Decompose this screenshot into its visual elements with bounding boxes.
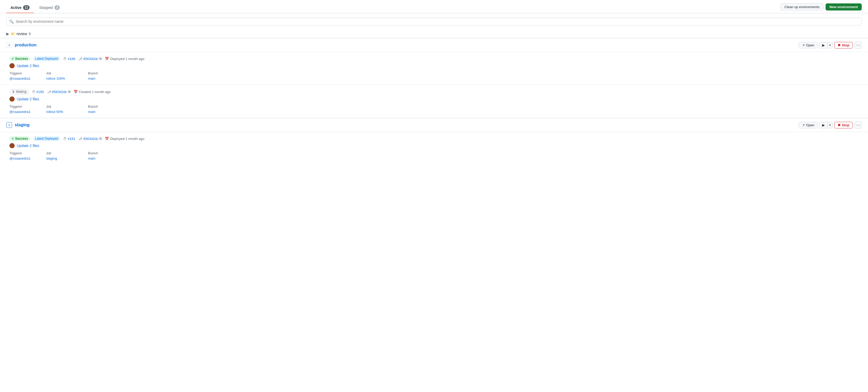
stop-button-production[interactable]: ⏹ Stop [834, 42, 853, 49]
run-caret-staging[interactable]: ▾ [828, 122, 832, 128]
triggerer-link-1-0[interactable]: @csaavedra1 [9, 156, 30, 160]
tab-stopped[interactable]: Stopped 3 [35, 3, 64, 13]
badge-latest-0-0: Latest Deployed [33, 56, 60, 61]
env-actions-staging: ↗ Open ▶ ▾ ⏹ Stop ⋯ [799, 121, 862, 129]
time-0-0: 📅 Deployed 1 month ago [105, 57, 144, 61]
deploy-info-1-0: Triggerer @csaavedra1 Job staging Branch… [9, 151, 862, 160]
deploy-info-0-1: Triggerer @csaavedra1 Job rollout 50% Br… [9, 105, 862, 114]
job-col-1-0: Job staging [46, 151, 88, 160]
stop-icon-production: ⏹ [838, 43, 841, 47]
env-toggle-staging[interactable]: ∨ [6, 122, 12, 128]
pipeline-icon-staging: ⏱ [63, 137, 66, 141]
tabs-bar: Active 11 Stopped 3 Clean up environment… [0, 0, 868, 13]
env-section-production: ∨ production ↗ Open ▶ ▾ ⏹ Stop ⋯ [0, 38, 868, 118]
pipeline-num-0-0: ⏱ #186 [63, 57, 75, 61]
pipeline-num-0-1: ⏱ #185 [32, 90, 44, 94]
pipeline-num-1-0: ⏱ #181 [63, 137, 75, 141]
deploy-row-1-0: ✓ Success Latest Deployed ⏱ #181 ⎇ 8563d… [0, 132, 868, 164]
more-button-production[interactable]: ⋯ [855, 41, 862, 49]
deploy-meta-1-0: ✓ Success Latest Deployed ⏱ #181 ⎇ 8563d… [9, 136, 862, 141]
job-link-1-0[interactable]: staging [46, 156, 57, 160]
expand-icon: ▶ [6, 32, 9, 36]
deploy-title-1-0: Update 2 files [9, 143, 862, 148]
env-section-staging: ∨ staging ↗ Open ▶ ▾ ⏹ Stop ⋯ [0, 118, 868, 164]
stop-icon-staging: ⏹ [838, 123, 841, 127]
search-input[interactable] [16, 20, 859, 24]
badge-waiting-0-1: ⏸ Waiting [9, 89, 29, 94]
tab-active-count: 11 [23, 5, 30, 10]
tabs-left: Active 11 Stopped 3 [6, 3, 64, 13]
job-link-0-0[interactable]: rollout 100% [46, 77, 65, 81]
badge-success-1-0: ✓ Success [9, 136, 30, 141]
tab-stopped-label: Stopped [39, 5, 53, 10]
deploy-title-0-1: Update 2 files [9, 96, 862, 102]
env-body-staging: ✓ Success Latest Deployed ⏱ #181 ⎇ 8563d… [0, 132, 868, 164]
copy-icon[interactable]: ⧉ [99, 57, 102, 61]
search-icon: 🔍 [9, 20, 13, 24]
external-link-icon-staging: ↗ [802, 123, 805, 127]
more-button-staging[interactable]: ⋯ [855, 121, 862, 129]
time-0-1: 📅 Created 1 month ago [73, 90, 111, 94]
environments-list: ∨ production ↗ Open ▶ ▾ ⏹ Stop ⋯ [0, 38, 868, 164]
env-name-staging[interactable]: staging [15, 123, 30, 127]
deploy-meta-0-1: ⏸ Waiting ⏱ #185 ⎇ 8563d2dc ⧉ 📅 Creat [9, 89, 862, 94]
branch-col-0-0: Branch main [88, 71, 119, 81]
cleanup-button[interactable]: Clean up environments [780, 3, 824, 10]
review-group-row[interactable]: ▶ 📁 review 9 [0, 30, 868, 38]
env-body-production: ✓ Success Latest Deployed ⏱ #186 ⎇ 8563d… [0, 52, 868, 118]
search-bar: 🔍 [0, 13, 868, 30]
job-col-0-1: Job rollout 50% [46, 105, 88, 114]
pipeline-icon-2: ⏱ [32, 90, 35, 94]
commit-icon: ⎇ [78, 57, 82, 61]
triggerer-col-0-0: Triggerer @csaavedra1 [9, 71, 46, 81]
triggerer-col-1-0: Triggerer @csaavedra1 [9, 151, 46, 160]
run-group-production: ▶ ▾ [819, 42, 833, 49]
badge-latest-1-0: Latest Deployed [33, 136, 60, 141]
open-button-staging[interactable]: ↗ Open [799, 122, 818, 128]
commit-0-1: ⎇ 8563d2dc ⧉ [47, 90, 70, 94]
job-link-0-1[interactable]: rollout 50% [46, 110, 63, 114]
run-button-production[interactable]: ▶ [819, 42, 828, 48]
deploy-info-0-0: Triggerer @csaavedra1 Job rollout 100% B… [9, 71, 862, 81]
branch-link-1-0[interactable]: main [88, 156, 95, 160]
env-actions-production: ↗ Open ▶ ▾ ⏹ Stop ⋯ [799, 41, 862, 49]
run-button-staging[interactable]: ▶ [819, 122, 828, 128]
env-header-left-staging: ∨ staging [6, 122, 30, 128]
tab-active-label: Active [10, 5, 22, 10]
external-link-icon: ↗ [802, 43, 805, 47]
calendar-icon-staging: 📅 [105, 137, 109, 141]
commit-title-0-0[interactable]: Update 2 files [17, 64, 39, 68]
deploy-row-0-0: ✓ Success Latest Deployed ⏱ #186 ⎇ 8563d… [0, 52, 868, 85]
env-header-left-production: ∨ production [6, 42, 37, 48]
env-header-production: ∨ production ↗ Open ▶ ▾ ⏹ Stop ⋯ [0, 38, 868, 52]
branch-link-0-0[interactable]: main [88, 77, 95, 81]
run-group-staging: ▶ ▾ [819, 122, 833, 128]
check-icon: ✓ [11, 57, 14, 61]
commit-icon-staging: ⎇ [78, 137, 82, 141]
commit-0-0: ⎇ 8563d2dc ⧉ [78, 57, 102, 61]
new-environment-button[interactable]: New environment [826, 3, 862, 10]
deploy-row-0-1: ⏸ Waiting ⏱ #185 ⎇ 8563d2dc ⧉ 📅 Creat [0, 85, 868, 118]
search-input-wrap: 🔍 [6, 18, 862, 25]
review-group-count: 9 [29, 32, 31, 36]
run-caret-production[interactable]: ▾ [828, 42, 832, 48]
branch-link-0-1[interactable]: main [88, 110, 95, 114]
env-header-staging: ∨ staging ↗ Open ▶ ▾ ⏹ Stop ⋯ [0, 118, 868, 132]
badge-success-0-0: ✓ Success [9, 56, 30, 61]
branch-col-0-1: Branch main [88, 105, 119, 114]
deploy-meta-0-0: ✓ Success Latest Deployed ⏱ #186 ⎇ 8563d… [9, 56, 862, 61]
triggerer-link-0-0[interactable]: @csaavedra1 [9, 77, 30, 81]
copy-icon-2[interactable]: ⧉ [68, 90, 70, 94]
open-button-production[interactable]: ↗ Open [799, 42, 818, 49]
stop-button-staging[interactable]: ⏹ Stop [834, 122, 853, 128]
commit-title-0-1[interactable]: Update 2 files [17, 97, 39, 101]
commit-icon-2: ⎇ [47, 90, 51, 94]
copy-icon-staging[interactable]: ⧉ [99, 137, 102, 141]
env-name-production[interactable]: production [15, 43, 37, 48]
commit-title-1-0[interactable]: Update 2 files [17, 144, 39, 148]
env-toggle-production[interactable]: ∨ [6, 42, 12, 48]
avatar-0-1 [9, 96, 15, 102]
triggerer-link-0-1[interactable]: @csaavedra1 [9, 110, 30, 114]
review-group-name: review [17, 32, 27, 36]
tab-active[interactable]: Active 11 [6, 3, 34, 13]
